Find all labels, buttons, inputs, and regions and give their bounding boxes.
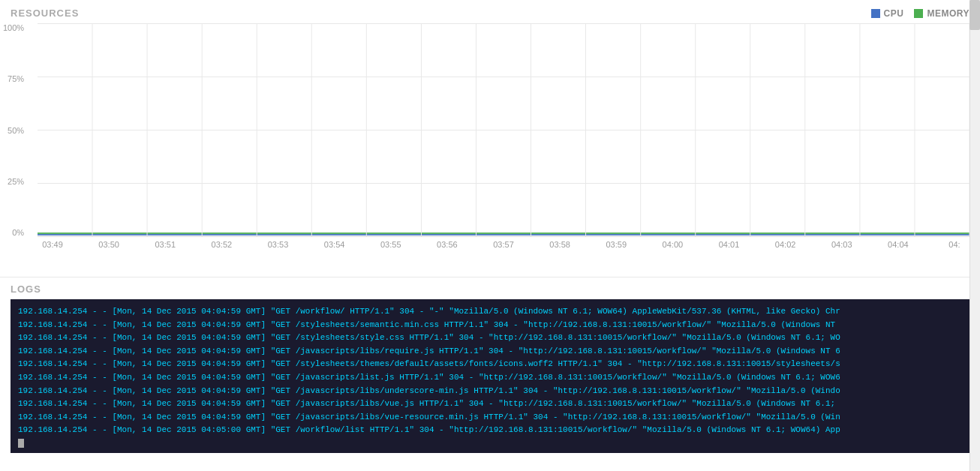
log-cursor-line bbox=[18, 437, 962, 451]
x-label-6: 03:55 bbox=[376, 240, 406, 249]
x-label-1: 03:50 bbox=[94, 240, 124, 249]
log-line-9: 192.168.14.254 - - [Mon, 14 Dec 2015 04:… bbox=[18, 424, 962, 437]
log-line-1: 192.168.14.254 - - [Mon, 14 Dec 2015 04:… bbox=[18, 319, 962, 332]
x-axis-labels: 03:49 03:50 03:51 03:52 03:53 03:54 03:5… bbox=[38, 240, 969, 249]
log-line-7: 192.168.14.254 - - [Mon, 14 Dec 2015 04:… bbox=[18, 398, 962, 411]
page-wrapper: RESOURCES CPU MEMORY 100% 75% 50% 25% 0% bbox=[0, 0, 980, 471]
x-label-11: 04:00 bbox=[657, 240, 687, 249]
x-label-0: 03:49 bbox=[38, 240, 68, 249]
x-label-8: 03:57 bbox=[488, 240, 519, 249]
x-label-7: 03:56 bbox=[432, 240, 462, 249]
grid-line-50 bbox=[38, 130, 969, 130]
resources-scrollbar-track[interactable] bbox=[969, 0, 980, 278]
chart-grid bbox=[38, 23, 969, 237]
memory-color-indicator bbox=[914, 9, 923, 18]
x-label-14: 04:03 bbox=[827, 240, 857, 249]
grid-line-75 bbox=[38, 76, 969, 77]
x-label-16: 04: bbox=[939, 240, 969, 249]
legend-memory: MEMORY bbox=[914, 8, 969, 19]
memory-label: MEMORY bbox=[927, 8, 969, 19]
terminal-cursor bbox=[18, 439, 24, 448]
y-label-0: 0% bbox=[12, 228, 24, 237]
logs-title: LOGS bbox=[0, 278, 980, 299]
x-label-15: 04:04 bbox=[883, 240, 913, 249]
log-line-6: 192.168.14.254 - - [Mon, 14 Dec 2015 04:… bbox=[18, 385, 962, 398]
x-label-9: 03:58 bbox=[545, 240, 575, 249]
resources-header: RESOURCES CPU MEMORY bbox=[0, 8, 980, 23]
y-label-25: 25% bbox=[8, 177, 24, 186]
cpu-color-indicator bbox=[871, 9, 880, 18]
x-label-2: 03:51 bbox=[150, 240, 180, 249]
resources-scrollbar-thumb[interactable] bbox=[969, 0, 980, 30]
x-label-5: 03:54 bbox=[320, 240, 350, 249]
log-line-4: 192.168.14.254 - - [Mon, 14 Dec 2015 04:… bbox=[18, 358, 962, 371]
x-label-4: 03:53 bbox=[263, 240, 293, 249]
log-line-8: 192.168.14.254 - - [Mon, 14 Dec 2015 04:… bbox=[18, 411, 962, 424]
log-line-3: 192.168.14.254 - - [Mon, 14 Dec 2015 04:… bbox=[18, 345, 962, 358]
x-label-10: 03:59 bbox=[601, 240, 631, 249]
x-label-12: 04:01 bbox=[714, 240, 744, 249]
logs-panel: LOGS 192.168.14.254 - - [Mon, 14 Dec 201… bbox=[0, 278, 980, 471]
log-line-0: 192.168.14.254 - - [Mon, 14 Dec 2015 04:… bbox=[18, 305, 962, 319]
cpu-label: CPU bbox=[884, 8, 904, 19]
grid-line-100 bbox=[38, 23, 969, 24]
resources-title: RESOURCES bbox=[11, 8, 79, 19]
y-label-50: 50% bbox=[8, 126, 24, 135]
grid-line-25 bbox=[38, 183, 969, 184]
legend-cpu: CPU bbox=[871, 8, 904, 19]
cpu-line bbox=[38, 234, 969, 236]
chart-area: 100% 75% 50% 25% 0% bbox=[38, 23, 969, 256]
legend: CPU MEMORY bbox=[871, 8, 969, 19]
memory-line bbox=[38, 232, 969, 234]
x-label-3: 03:52 bbox=[206, 240, 236, 249]
y-label-75: 75% bbox=[8, 74, 24, 83]
x-label-13: 04:02 bbox=[771, 240, 801, 249]
logs-scrollbar-track[interactable] bbox=[969, 278, 980, 471]
log-line-2: 192.168.14.254 - - [Mon, 14 Dec 2015 04:… bbox=[18, 332, 962, 345]
logs-terminal[interactable]: 192.168.14.254 - - [Mon, 14 Dec 2015 04:… bbox=[11, 299, 969, 453]
resources-panel: RESOURCES CPU MEMORY 100% 75% 50% 25% 0% bbox=[0, 0, 980, 278]
y-label-100: 100% bbox=[3, 23, 24, 32]
log-line-5: 192.168.14.254 - - [Mon, 14 Dec 2015 04:… bbox=[18, 371, 962, 385]
y-axis-labels: 100% 75% 50% 25% 0% bbox=[3, 23, 24, 237]
